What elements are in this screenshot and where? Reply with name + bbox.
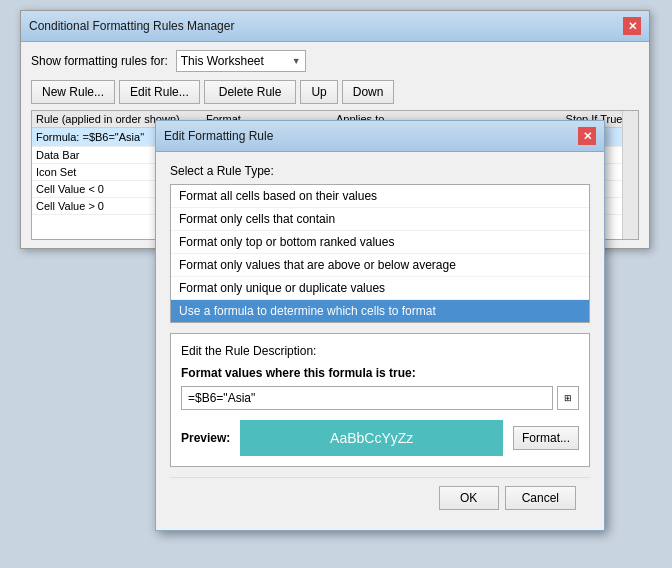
formula-input-row: ⊞ <box>181 386 579 410</box>
edit-dialog-footer: OK Cancel <box>170 477 590 518</box>
scrollbar[interactable] <box>622 111 638 239</box>
show-rules-row: Show formatting rules for: This Workshee… <box>31 50 639 72</box>
edit-close-button[interactable]: ✕ <box>578 127 596 145</box>
preview-box: AaBbCcYyZz <box>240 420 503 456</box>
down-button[interactable]: Down <box>342 80 395 104</box>
main-dialog-titlebar: Conditional Formatting Rules Manager ✕ <box>21 11 649 42</box>
preview-row: Preview: AaBbCcYyZz Format... <box>181 420 579 456</box>
edit-dialog-body: Select a Rule Type: Format all cells bas… <box>156 152 604 530</box>
description-section: Edit the Rule Description: Format values… <box>170 333 590 467</box>
formula-input[interactable] <box>181 386 553 410</box>
rule-type-item[interactable]: Format all cells based on their values <box>171 185 589 208</box>
delete-rule-button[interactable]: Delete Rule <box>204 80 297 104</box>
main-close-button[interactable]: ✕ <box>623 17 641 35</box>
main-dialog-title: Conditional Formatting Rules Manager <box>29 19 234 33</box>
worksheet-dropdown[interactable]: This Worksheet ▼ <box>176 50 306 72</box>
rule-type-item[interactable]: Format only values that are above or bel… <box>171 254 589 277</box>
edit-dialog-title: Edit Formatting Rule <box>164 129 273 143</box>
rule-type-item[interactable]: Format only cells that contain <box>171 208 589 231</box>
formula-label: Format values where this formula is true… <box>181 366 579 380</box>
rule-type-list: Format all cells based on their values F… <box>170 184 590 323</box>
description-label: Edit the Rule Description: <box>181 344 579 358</box>
rule-type-item[interactable]: Format only unique or duplicate values <box>171 277 589 300</box>
cancel-button[interactable]: Cancel <box>505 486 576 510</box>
worksheet-dropdown-value: This Worksheet <box>181 54 264 68</box>
rule-type-item[interactable]: Format only top or bottom ranked values <box>171 231 589 254</box>
select-rule-type-label: Select a Rule Type: <box>170 164 590 178</box>
toolbar-row: New Rule... Edit Rule... Delete Rule Up … <box>31 80 639 104</box>
up-button[interactable]: Up <box>300 80 337 104</box>
rule-type-item-selected[interactable]: Use a formula to determine which cells t… <box>171 300 589 322</box>
new-rule-button[interactable]: New Rule... <box>31 80 115 104</box>
chevron-down-icon: ▼ <box>292 56 301 66</box>
formula-range-icon[interactable]: ⊞ <box>557 386 579 410</box>
preview-text: AaBbCcYyZz <box>330 430 413 446</box>
edit-rule-button[interactable]: Edit Rule... <box>119 80 200 104</box>
edit-dialog-titlebar: Edit Formatting Rule ✕ <box>156 121 604 152</box>
preview-label: Preview: <box>181 431 230 445</box>
format-button[interactable]: Format... <box>513 426 579 450</box>
show-rules-label: Show formatting rules for: <box>31 54 168 68</box>
edit-dialog: Edit Formatting Rule ✕ Select a Rule Typ… <box>155 120 605 531</box>
ok-button[interactable]: OK <box>439 486 499 510</box>
